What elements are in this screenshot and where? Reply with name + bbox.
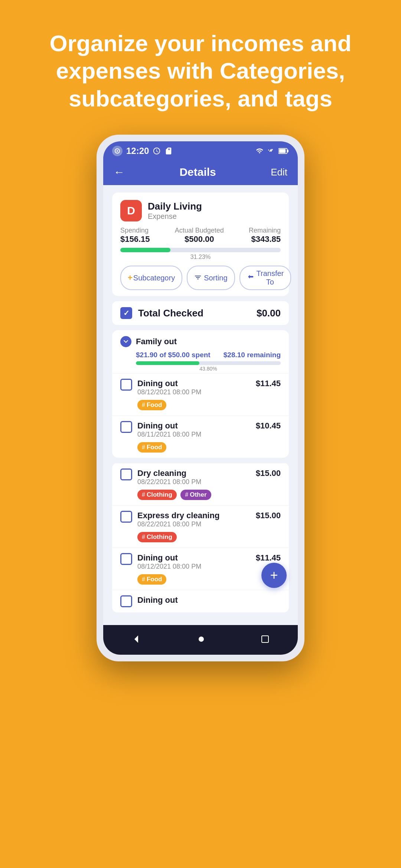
status-right bbox=[255, 147, 289, 155]
scroll-content: D Daily Living Expense Spending $156.15 … bbox=[103, 185, 298, 625]
transaction-checkbox-2[interactable] bbox=[120, 421, 132, 433]
subcategory-progress: 43.80% bbox=[112, 361, 289, 373]
transaction-row: Dining out 08/12/2021 08:00 PM # Food $1… bbox=[120, 553, 281, 585]
remaining-label: Remaining bbox=[249, 227, 281, 234]
tag-clothing-2[interactable]: # Clothing bbox=[137, 532, 177, 542]
trans-date-3: 08/22/2021 08:00 PM bbox=[137, 478, 251, 486]
standalone-section: Dry cleaning 08/22/2021 08:00 PM # Cloth… bbox=[112, 463, 289, 612]
subcategory-budget-info: $21.90 of $50.00 spent $28.10 remaining bbox=[112, 351, 289, 361]
status-left: 12:20 bbox=[112, 146, 173, 156]
back-button[interactable]: ← bbox=[114, 166, 125, 178]
svg-rect-7 bbox=[262, 636, 268, 642]
sorting-icon bbox=[194, 274, 202, 282]
trans-amount-4: $15.00 bbox=[256, 511, 281, 520]
trans-name-2: Dining out bbox=[137, 421, 251, 431]
total-checked-row: Total Checked $0.00 bbox=[112, 301, 289, 325]
list-item: Dining out 08/11/2021 08:00 PM # Food $1… bbox=[112, 415, 289, 458]
tags-row-5: # Food bbox=[137, 573, 251, 585]
subcat-progress-label: 43.80% bbox=[136, 366, 281, 372]
transaction-checkbox-6[interactable] bbox=[120, 595, 132, 607]
category-header: D Daily Living Expense bbox=[120, 200, 281, 221]
transaction-checkbox-4[interactable] bbox=[120, 511, 132, 523]
category-name: Daily Living bbox=[148, 201, 202, 212]
tag-other-1[interactable]: # Other bbox=[180, 490, 211, 500]
tag-food-1[interactable]: # Food bbox=[137, 400, 166, 410]
trans-info-5: Dining out 08/12/2021 08:00 PM # Food bbox=[137, 553, 251, 585]
nav-home-button[interactable] bbox=[199, 637, 204, 642]
trans-date-4: 08/22/2021 08:00 PM bbox=[137, 520, 251, 528]
tag-clothing-1[interactable]: # Clothing bbox=[137, 490, 177, 500]
trans-date-1: 08/12/2021 08:00 PM bbox=[137, 388, 251, 396]
app-header: ← Details Edit bbox=[103, 161, 298, 185]
tag-label: Food bbox=[147, 444, 162, 451]
tag-food-5[interactable]: # Food bbox=[137, 574, 166, 585]
wifi-icon bbox=[255, 147, 264, 155]
svg-rect-3 bbox=[279, 149, 286, 153]
trans-amount-5: $11.45 bbox=[256, 553, 281, 563]
tags-row-3: # Clothing # Other bbox=[137, 488, 251, 500]
tags-row-1: # Food bbox=[137, 398, 251, 410]
subcategory-btn-label: Subcategory bbox=[133, 274, 175, 282]
transfer-btn-label: Transfer To bbox=[257, 269, 284, 286]
tag-food-2[interactable]: # Food bbox=[137, 442, 166, 453]
budgeted-item: Actual Budgeted $500.00 bbox=[175, 227, 224, 244]
transaction-checkbox-3[interactable] bbox=[120, 468, 132, 480]
svg-point-6 bbox=[199, 637, 204, 642]
tag-hash-icon: # bbox=[142, 534, 145, 540]
action-buttons: + Subcategory Sorting bbox=[120, 266, 281, 290]
transaction-checkbox-1[interactable] bbox=[120, 379, 132, 391]
spending-value: $156.15 bbox=[120, 234, 150, 244]
category-card: D Daily Living Expense Spending $156.15 … bbox=[112, 193, 289, 296]
category-info: Daily Living Expense bbox=[148, 201, 202, 221]
tag-hash-icon: # bbox=[142, 402, 145, 408]
subcategory-name: Family out bbox=[136, 337, 281, 346]
chevron-down-icon[interactable] bbox=[120, 336, 131, 347]
tag-hash-icon: # bbox=[142, 444, 145, 451]
trans-info-1: Dining out 08/12/2021 08:00 PM # Food bbox=[137, 379, 251, 410]
remaining-item: Remaining $343.85 bbox=[249, 227, 281, 244]
transaction-row: Dining out bbox=[120, 595, 281, 607]
sorting-btn-label: Sorting bbox=[204, 274, 227, 282]
subcat-progress-fill bbox=[136, 361, 199, 365]
svg-marker-5 bbox=[134, 635, 138, 643]
nav-back-button[interactable] bbox=[131, 634, 142, 644]
list-item: Express dry cleaning 08/22/2021 08:00 PM… bbox=[112, 505, 289, 548]
transaction-row: Dining out 08/11/2021 08:00 PM # Food $1… bbox=[120, 421, 281, 453]
phone-screen: 12:20 ← Details Edit D bbox=[103, 141, 298, 655]
tag-hash-icon: # bbox=[142, 576, 145, 583]
add-fab-button[interactable]: + bbox=[261, 563, 287, 588]
subcat-remaining: $28.10 remaining bbox=[224, 351, 281, 359]
trans-name-1: Dining out bbox=[137, 379, 251, 388]
nav-bar bbox=[103, 625, 298, 655]
category-type: Expense bbox=[148, 212, 202, 221]
trans-date-5: 08/12/2021 08:00 PM bbox=[137, 563, 251, 571]
trans-amount-3: $15.00 bbox=[256, 468, 281, 478]
trans-info-4: Express dry cleaning 08/22/2021 08:00 PM… bbox=[137, 511, 251, 542]
tag-label: Other bbox=[190, 491, 206, 499]
tag-label: Food bbox=[147, 576, 162, 583]
transfer-button[interactable]: Transfer To bbox=[239, 266, 291, 290]
sorting-button[interactable]: Sorting bbox=[187, 266, 235, 290]
add-subcategory-button[interactable]: + Subcategory bbox=[120, 266, 182, 290]
trans-amount-2: $10.45 bbox=[256, 421, 281, 431]
nav-recent-button[interactable] bbox=[261, 635, 270, 644]
list-item: Dining out 08/12/2021 08:00 PM # Food $1… bbox=[112, 548, 289, 590]
total-checked-label: Total Checked bbox=[138, 308, 251, 319]
trans-info-2: Dining out 08/11/2021 08:00 PM # Food bbox=[137, 421, 251, 453]
total-checked-checkbox[interactable] bbox=[120, 307, 132, 319]
trans-info-3: Dry cleaning 08/22/2021 08:00 PM # Cloth… bbox=[137, 468, 251, 500]
category-progress-label: 31.23% bbox=[120, 254, 281, 260]
list-item: Dining out bbox=[112, 590, 289, 612]
remaining-value: $343.85 bbox=[249, 234, 281, 244]
spending-item: Spending $156.15 bbox=[120, 227, 150, 244]
status-time: 12:20 bbox=[126, 146, 149, 156]
transaction-checkbox-5[interactable] bbox=[120, 553, 132, 565]
phone-shell: 12:20 ← Details Edit D bbox=[97, 135, 304, 661]
total-checked-value: $0.00 bbox=[257, 308, 281, 319]
family-out-section: Family out $21.90 of $50.00 spent $28.10… bbox=[112, 330, 289, 458]
tags-row-2: # Food bbox=[137, 441, 251, 453]
edit-button[interactable]: Edit bbox=[271, 167, 287, 178]
tag-hash-icon: # bbox=[185, 491, 188, 498]
trans-name-3: Dry cleaning bbox=[137, 468, 251, 478]
budgeted-label: Actual Budgeted bbox=[175, 227, 224, 234]
